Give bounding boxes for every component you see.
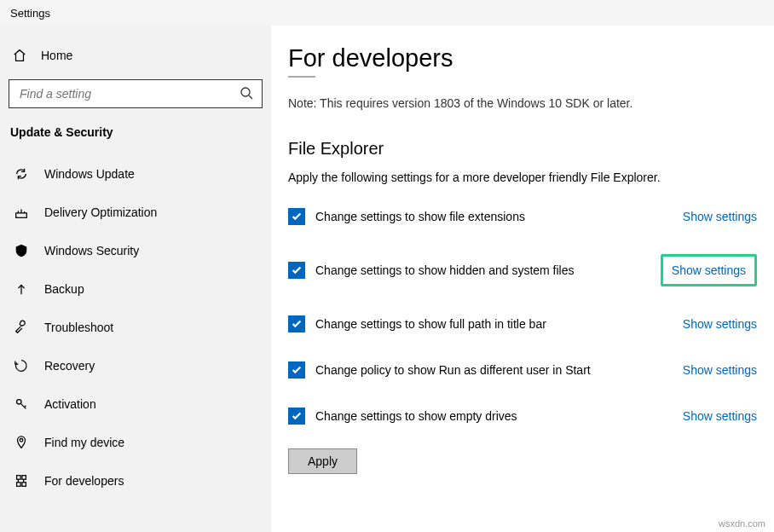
sidebar-item-label: Recovery: [44, 359, 95, 373]
watermark: wsxdn.com: [719, 518, 765, 529]
svg-rect-1: [16, 212, 27, 217]
sidebar: Home Update & Security: [0, 26, 271, 532]
option-file-extensions: Change settings to show file extensions …: [288, 208, 757, 225]
show-settings-link[interactable]: Show settings: [683, 210, 757, 223]
svg-rect-5: [22, 475, 26, 479]
option-label: Change settings to show hidden and syste…: [315, 263, 649, 277]
search-input[interactable]: [18, 86, 240, 101]
checkbox-run-as-user[interactable]: [288, 361, 305, 379]
search-box[interactable]: [9, 79, 263, 108]
sdk-note: Note: This requires version 1803 of the …: [288, 96, 757, 110]
sidebar-item-find-my-device[interactable]: Find my device: [0, 423, 271, 461]
show-settings-link[interactable]: Show settings: [683, 363, 757, 377]
sidebar-item-label: Find my device: [44, 436, 124, 449]
checkbox-empty-drives[interactable]: [288, 408, 305, 425]
option-label: Change policy to show Run as different u…: [315, 363, 671, 377]
svg-point-3: [20, 438, 23, 442]
option-label: Change settings to show empty drives: [315, 409, 671, 423]
option-label: Change settings to show full path in tit…: [315, 317, 671, 331]
window-title: Settings: [10, 7, 50, 20]
svg-point-0: [241, 88, 250, 96]
checkbox-full-path[interactable]: [288, 315, 305, 332]
sidebar-home[interactable]: Home: [0, 38, 271, 72]
delivery-icon: [14, 205, 29, 220]
title-underline: [288, 76, 315, 78]
sidebar-item-label: Backup: [44, 282, 84, 296]
svg-rect-4: [17, 475, 21, 479]
sidebar-item-windows-update[interactable]: Windows Update: [0, 154, 271, 193]
sidebar-item-label: Delivery Optimization: [44, 205, 157, 219]
sidebar-item-backup[interactable]: Backup: [0, 269, 271, 308]
file-explorer-heading: File Explorer: [288, 139, 757, 159]
highlighted-show-settings: Show settings: [661, 254, 757, 286]
shield-icon: [14, 243, 29, 258]
sidebar-item-windows-security[interactable]: Windows Security: [0, 231, 271, 269]
sidebar-section-header: Update & Security: [0, 117, 271, 146]
main-content: For developers Note: This requires versi…: [271, 26, 774, 532]
backup-icon: [14, 281, 29, 297]
option-hidden-files: Change settings to show hidden and syste…: [288, 254, 757, 286]
sidebar-home-label: Home: [41, 49, 72, 62]
apply-button[interactable]: Apply: [288, 448, 357, 474]
file-explorer-desc: Apply the following settings for a more …: [288, 171, 757, 184]
wrench-icon: [14, 320, 29, 335]
key-icon: [14, 396, 29, 412]
sidebar-item-label: Windows Update: [44, 167, 135, 181]
home-icon: [12, 48, 27, 63]
page-title: For developers: [288, 44, 757, 72]
sidebar-item-label: Windows Security: [44, 244, 139, 257]
titlebar: Settings: [0, 0, 774, 26]
location-icon: [14, 435, 29, 450]
sidebar-item-troubleshoot[interactable]: Troubleshoot: [0, 308, 271, 346]
option-run-as-user: Change policy to show Run as different u…: [288, 361, 757, 379]
recovery-icon: [14, 358, 29, 373]
option-empty-drives: Change settings to show empty drives Sho…: [288, 408, 757, 425]
sidebar-item-delivery-optimization[interactable]: Delivery Optimization: [0, 193, 271, 231]
svg-rect-7: [22, 482, 26, 486]
sidebar-item-for-developers[interactable]: For developers: [0, 461, 271, 500]
show-settings-link[interactable]: Show settings: [683, 409, 757, 423]
sidebar-item-activation[interactable]: Activation: [0, 385, 271, 423]
sync-icon: [14, 166, 29, 182]
sidebar-item-label: Troubleshoot: [44, 321, 113, 334]
show-settings-link[interactable]: Show settings: [672, 263, 746, 277]
sidebar-item-label: Activation: [44, 397, 96, 411]
sidebar-item-label: For developers: [44, 474, 124, 488]
search-icon: [240, 86, 253, 102]
checkbox-hidden-files[interactable]: [288, 262, 305, 279]
option-label: Change settings to show file extensions: [315, 210, 671, 223]
developers-icon: [14, 473, 29, 489]
option-full-path: Change settings to show full path in tit…: [288, 315, 757, 332]
checkbox-file-extensions[interactable]: [288, 208, 305, 225]
show-settings-link[interactable]: Show settings: [683, 317, 757, 331]
svg-rect-6: [17, 482, 21, 486]
sidebar-item-recovery[interactable]: Recovery: [0, 346, 271, 385]
